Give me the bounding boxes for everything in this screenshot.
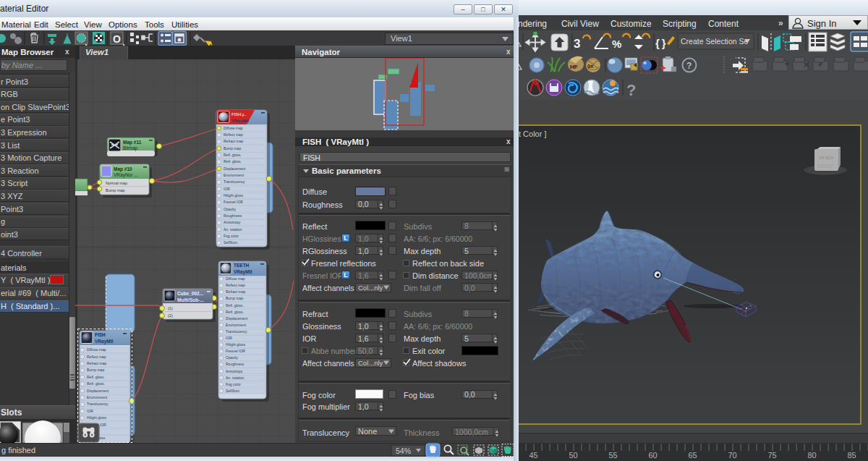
svg-text:Opacity: Opacity xyxy=(226,355,238,360)
svg-text:Refract map: Refract map xyxy=(226,289,245,294)
svg-text:Bump map: Bump map xyxy=(226,296,243,300)
svg-text:Fog color: Fog color xyxy=(224,234,239,238)
svg-text:Reflect map: Reflect map xyxy=(224,132,243,137)
svg-text:80: 80 xyxy=(807,451,816,460)
svg-text:IOR: IOR xyxy=(226,336,232,340)
svg-text:O: O xyxy=(113,33,121,45)
svg-text:Displacement: Displacement xyxy=(226,316,248,321)
svg-text:Translucency: Translucency xyxy=(224,179,245,184)
svg-text:FISH: FISH xyxy=(95,332,106,337)
svg-text:Bump map: Bump map xyxy=(87,368,104,372)
svg-text:Reflect map: Reflect map xyxy=(226,283,245,287)
svg-text:50: 50 xyxy=(569,451,577,460)
svg-text:Fog color: Fog color xyxy=(226,382,241,386)
svg-text:(1): (1) xyxy=(168,306,173,310)
svg-text:VRayMtl: VRayMtl xyxy=(234,269,252,275)
svg-text:Environment: Environment xyxy=(87,395,108,399)
svg-text:0x: 0x xyxy=(587,63,594,69)
svg-text:VRayMtl: VRayMtl xyxy=(231,119,249,123)
svg-text:Refl. gloss.: Refl. gloss. xyxy=(224,153,242,157)
svg-text:?: ? xyxy=(626,81,636,99)
svg-text:85: 85 xyxy=(847,451,856,460)
svg-text:IOR: IOR xyxy=(87,409,93,413)
svg-text:Translucency: Translucency xyxy=(87,402,109,406)
svg-text:Refl. gloss.: Refl. gloss. xyxy=(87,375,105,379)
svg-text:Diffuse map: Diffuse map xyxy=(224,126,243,130)
svg-text:Bitmap: Bitmap xyxy=(123,145,138,151)
svg-text:Diffuse map: Diffuse map xyxy=(87,347,106,352)
svg-text:Opacity: Opacity xyxy=(224,207,236,211)
svg-text:Refr. gloss.: Refr. gloss. xyxy=(87,381,105,386)
svg-text:Anisotropy: Anisotropy xyxy=(224,220,241,224)
svg-text:(2): (2) xyxy=(168,313,173,318)
svg-text:Map #10: Map #10 xyxy=(114,166,132,172)
svg-text:Refract map: Refract map xyxy=(87,361,106,365)
svg-text:70: 70 xyxy=(728,451,736,460)
svg-text:Refract map: Refract map xyxy=(224,139,243,143)
svg-text:Cube_002...: Cube_002... xyxy=(177,291,203,296)
svg-text:Hilight gloss: Hilight gloss xyxy=(226,342,245,347)
svg-text:Fresnel IOR: Fresnel IOR xyxy=(226,349,245,353)
svg-text:IOR: IOR xyxy=(224,187,230,191)
svg-text:Roughness: Roughness xyxy=(226,362,244,366)
svg-text:Roughness: Roughness xyxy=(224,213,242,218)
svg-text:SelfIllum: SelfIllum xyxy=(224,240,237,245)
svg-text:FISH.j..: FISH.j.. xyxy=(231,112,247,117)
svg-text:Normal map: Normal map xyxy=(106,181,127,185)
svg-text:Fresnel IOR: Fresnel IOR xyxy=(224,200,243,204)
svg-text:60: 60 xyxy=(648,451,657,460)
svg-text:Diffuse map: Diffuse map xyxy=(226,276,245,281)
svg-text:65: 65 xyxy=(688,451,697,460)
svg-text:Environment: Environment xyxy=(226,323,247,327)
svg-text:%: % xyxy=(612,38,621,50)
svg-text:Refr. gloss.: Refr. gloss. xyxy=(226,310,244,314)
svg-text:An. rotation: An. rotation xyxy=(226,376,244,380)
svg-text:Map #11: Map #11 xyxy=(123,140,142,145)
svg-text:VRayNor ...: VRayNor ... xyxy=(114,172,138,178)
svg-text:Displacement: Displacement xyxy=(87,389,109,393)
svg-text:VRayMtl: VRayMtl xyxy=(95,339,114,344)
svg-text:An. rotation: An. rotation xyxy=(224,227,242,232)
svg-text:3: 3 xyxy=(574,37,580,51)
svg-text:Refl. gloss.: Refl. gloss. xyxy=(226,303,244,308)
svg-text:TEETH: TEETH xyxy=(234,263,250,268)
svg-text:t Color ]: t Color ] xyxy=(519,130,547,138)
svg-text:SelfIllum: SelfIllum xyxy=(226,389,239,393)
svg-text:Hilight gloss: Hilight gloss xyxy=(87,415,106,420)
svg-text:Create Selection Se: Create Selection Se xyxy=(681,37,749,46)
svg-text:VR BOX: VR BOX xyxy=(819,156,834,160)
svg-text:Translucency: Translucency xyxy=(226,329,247,334)
svg-text:?: ? xyxy=(686,61,692,71)
svg-text:Refr. gloss.: Refr. gloss. xyxy=(224,159,242,164)
svg-text:Displacement: Displacement xyxy=(224,166,246,171)
svg-text:Reflect map: Reflect map xyxy=(87,355,106,359)
svg-text:45: 45 xyxy=(529,451,537,460)
svg-text:Bump map: Bump map xyxy=(106,188,125,193)
svg-text:{ }: { } xyxy=(655,37,666,49)
svg-text:Environment: Environment xyxy=(224,173,244,177)
svg-text:Multi/Sub-...: Multi/Sub-... xyxy=(177,297,204,303)
svg-text:75: 75 xyxy=(767,451,776,460)
svg-text:HF: HF xyxy=(570,64,578,70)
svg-text:Bump map: Bump map xyxy=(224,146,241,151)
svg-text:Hilight gloss: Hilight gloss xyxy=(224,193,243,198)
svg-text:55: 55 xyxy=(608,451,617,460)
svg-text:54%: 54% xyxy=(396,447,411,455)
svg-text:Anisotropy: Anisotropy xyxy=(226,369,243,373)
